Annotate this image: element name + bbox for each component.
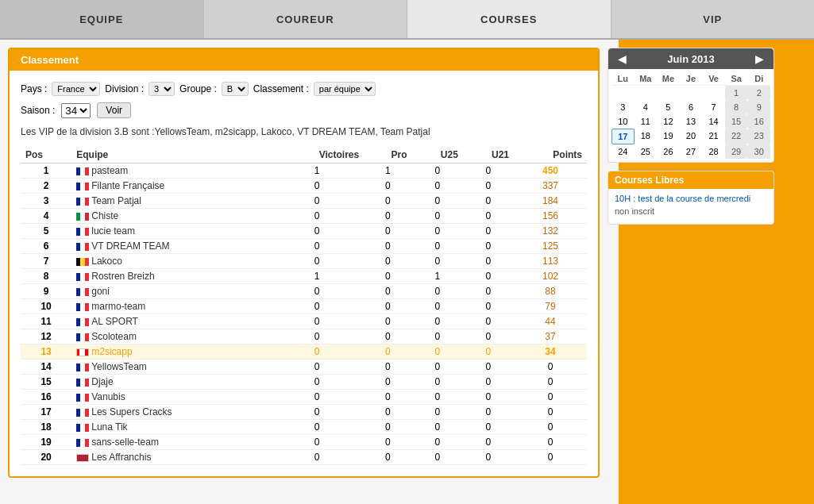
saison-select[interactable]: 34 bbox=[61, 103, 91, 118]
nav-item-courses[interactable]: COURSES bbox=[407, 0, 611, 38]
cal-day-cell[interactable]: 12 bbox=[657, 114, 680, 129]
cal-day-cell[interactable]: 9 bbox=[747, 100, 770, 114]
row-pro: 0 bbox=[364, 450, 411, 465]
cal-day-cell[interactable]: 7 bbox=[702, 100, 725, 114]
row-pro: 0 bbox=[364, 269, 411, 284]
calendar-header: ◀ Juin 2013 ▶ bbox=[608, 48, 773, 69]
top-nav: EQUIPECOUREURCOURSESVIP bbox=[0, 0, 814, 40]
cal-day-cell[interactable]: 28 bbox=[702, 144, 725, 159]
row-pos: 9 bbox=[21, 284, 71, 299]
cal-day-header: Ma bbox=[635, 74, 658, 83]
table-row: 5 lucie team 0 0 0 0 132 bbox=[21, 224, 587, 239]
cal-day-cell[interactable]: 26 bbox=[657, 144, 680, 159]
classement-select[interactable]: par équipe bbox=[314, 82, 376, 96]
row-points: 156 bbox=[514, 209, 587, 224]
cal-day-cell[interactable]: 8 bbox=[725, 100, 748, 114]
row-points: 44 bbox=[514, 314, 587, 329]
nav-item-vip[interactable]: VIP bbox=[611, 0, 815, 38]
flag-fr bbox=[76, 364, 89, 371]
cal-day-cell[interactable]: 6 bbox=[680, 100, 703, 114]
cal-next-btn[interactable]: ▶ bbox=[752, 52, 767, 65]
row-pos: 19 bbox=[21, 435, 71, 450]
vip-notice: Les VIP de la division 3.B sont :Yellows… bbox=[21, 126, 587, 137]
flag-us bbox=[76, 454, 89, 462]
row-u21: 0 bbox=[463, 314, 514, 329]
cal-day-cell[interactable]: 22 bbox=[725, 129, 748, 144]
row-equipe: sans-selle-team bbox=[71, 435, 270, 450]
row-points: 0 bbox=[514, 390, 587, 405]
cal-day-cell[interactable]: 16 bbox=[747, 114, 770, 129]
calendar-grid: LuMaMeJeVeSaDi 1234567891011121314151617… bbox=[608, 69, 773, 162]
row-victoires: 0 bbox=[270, 224, 364, 239]
cal-day-cell[interactable]: 29 bbox=[725, 144, 748, 159]
row-u25: 0 bbox=[412, 435, 463, 450]
row-u21: 0 bbox=[463, 405, 514, 420]
row-victoires: 0 bbox=[270, 420, 364, 435]
cal-day-cell[interactable]: 2 bbox=[747, 86, 770, 100]
cal-day-cell[interactable]: 14 bbox=[702, 114, 725, 129]
cal-day-cell[interactable]: 19 bbox=[657, 129, 680, 144]
row-points: 0 bbox=[514, 450, 587, 465]
cal-day-cell[interactable]: 11 bbox=[635, 114, 658, 129]
row-u25: 0 bbox=[412, 314, 463, 329]
row-pos: 2 bbox=[21, 179, 71, 194]
voir-button[interactable]: Voir bbox=[97, 102, 131, 118]
cal-day-header: Ve bbox=[702, 74, 725, 83]
table-row: 10 marmo-team 0 0 0 0 79 bbox=[21, 299, 587, 314]
row-equipe: Chiste bbox=[71, 209, 270, 224]
cal-day-cell[interactable]: 27 bbox=[680, 144, 703, 159]
nav-item-coureur[interactable]: COUREUR bbox=[204, 0, 408, 38]
cal-day-cell[interactable]: 30 bbox=[747, 144, 770, 159]
groupe-select[interactable]: B bbox=[222, 82, 249, 96]
cal-days-header: LuMaMeJeVeSaDi bbox=[611, 72, 770, 86]
row-victoires: 0 bbox=[270, 329, 364, 344]
row-points: 125 bbox=[514, 239, 587, 254]
pays-select[interactable]: France bbox=[52, 82, 100, 96]
cal-day-cell[interactable]: 23 bbox=[747, 129, 770, 144]
classement-filter-label: Classement : bbox=[253, 83, 309, 94]
nav-item-equipe[interactable]: EQUIPE bbox=[0, 0, 204, 38]
cal-day-cell[interactable]: 20 bbox=[680, 129, 703, 144]
row-u21: 0 bbox=[463, 284, 514, 299]
row-u21: 0 bbox=[463, 329, 514, 344]
cal-day-cell[interactable]: 17 bbox=[611, 129, 635, 144]
cal-day-cell[interactable]: 1 bbox=[725, 86, 748, 100]
row-pro: 0 bbox=[364, 224, 411, 239]
cal-day-cell[interactable]: 10 bbox=[611, 114, 635, 129]
cal-day-cell bbox=[680, 86, 703, 100]
cal-day-header: Je bbox=[680, 74, 703, 83]
cal-day-cell[interactable]: 13 bbox=[680, 114, 703, 129]
cal-day-cell[interactable]: 3 bbox=[611, 100, 635, 114]
row-victoires: 0 bbox=[270, 435, 364, 450]
classement-header: Classement bbox=[10, 49, 598, 71]
course-link[interactable]: 10H : test de la course de mercredi bbox=[615, 194, 750, 203]
cal-day-cell[interactable]: 25 bbox=[635, 144, 658, 159]
division-label: Division : bbox=[105, 83, 144, 94]
cal-day-cell[interactable]: 21 bbox=[702, 129, 725, 144]
row-u25: 0 bbox=[412, 179, 463, 194]
row-pos: 6 bbox=[21, 239, 71, 254]
row-pro: 0 bbox=[364, 194, 411, 209]
flag-fr bbox=[76, 409, 89, 417]
table-row: 19 sans-selle-team 0 0 0 0 0 bbox=[21, 435, 587, 450]
cal-day-header: Me bbox=[657, 74, 680, 83]
cal-day-cell[interactable]: 24 bbox=[611, 144, 635, 159]
row-equipe: Team Patjal bbox=[71, 194, 270, 209]
row-pro: 0 bbox=[364, 344, 411, 360]
row-pos: 11 bbox=[21, 314, 71, 329]
table-row: 11 AL SPORT 0 0 0 0 44 bbox=[21, 314, 587, 329]
cal-day-cell[interactable]: 15 bbox=[725, 114, 748, 129]
cal-prev-btn[interactable]: ◀ bbox=[615, 52, 630, 65]
courses-libres: Courses Libres 10H : test de la course d… bbox=[608, 171, 774, 225]
table-row: 17 Les Supers Cracks 0 0 0 0 0 bbox=[21, 405, 587, 420]
cal-day-cell[interactable]: 5 bbox=[657, 100, 680, 114]
row-pos: 7 bbox=[21, 254, 71, 269]
row-pro: 0 bbox=[364, 299, 411, 314]
flag-fr bbox=[76, 318, 89, 326]
row-equipe: Scoloteam bbox=[71, 329, 270, 344]
cal-day-cell[interactable]: 18 bbox=[635, 129, 658, 144]
cal-day-cell[interactable]: 4 bbox=[635, 100, 658, 114]
row-u21: 0 bbox=[463, 375, 514, 390]
division-select[interactable]: 3 bbox=[149, 82, 175, 96]
row-victoires: 0 bbox=[270, 179, 364, 194]
